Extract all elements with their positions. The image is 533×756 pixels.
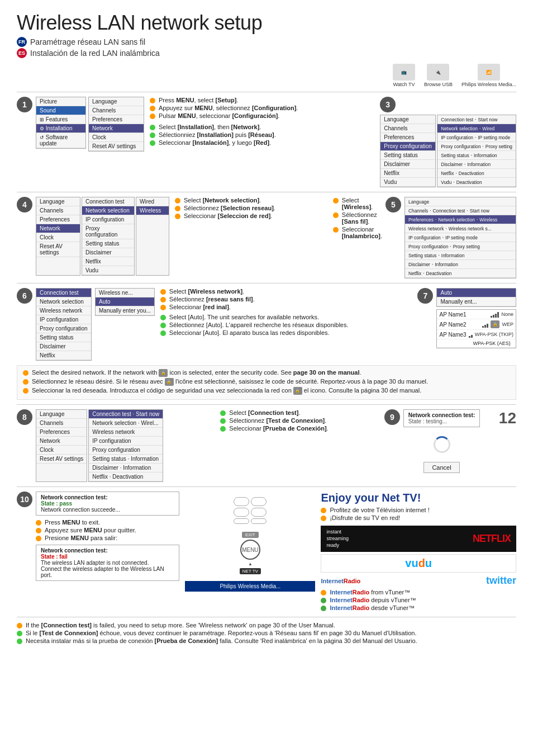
s6-netflix[interactable]: Netflix bbox=[36, 351, 91, 360]
ap-row-2[interactable]: AP Name2 🔒 WEP bbox=[437, 319, 516, 330]
s4-reset[interactable]: Reset AV settings bbox=[36, 242, 80, 257]
s6-net[interactable]: Network selection bbox=[36, 297, 91, 306]
s5m-ch[interactable]: Channels · Connection test · Start now bbox=[405, 206, 516, 215]
sub-reset-av[interactable]: Reset AV settings bbox=[89, 142, 144, 151]
s8-net[interactable]: Network bbox=[36, 437, 87, 446]
s4s-net[interactable]: Network selection bbox=[82, 206, 134, 215]
bar-9 bbox=[471, 335, 473, 338]
s6s-wnet[interactable]: Wireless ne... bbox=[96, 289, 154, 297]
menu-picture[interactable]: Picture bbox=[36, 97, 85, 106]
s4-pref[interactable]: Preferences bbox=[36, 215, 80, 224]
s3-netflix[interactable]: Netflix bbox=[380, 169, 435, 178]
sub-clock[interactable]: Clock bbox=[89, 133, 144, 142]
s6-wnet[interactable]: Wireless network bbox=[36, 306, 91, 315]
watch-tv-icon-box[interactable]: 📺 Watch TV bbox=[393, 64, 415, 87]
s4-net[interactable]: Network bbox=[36, 224, 80, 233]
s4s-netflix[interactable]: Netflix bbox=[82, 257, 134, 266]
philips-wireless-icon-box[interactable]: 📶 Philips Wireless Media... bbox=[461, 64, 516, 87]
sub-channels[interactable]: Channels bbox=[89, 106, 144, 115]
netflix-text: instant streaming ready bbox=[326, 529, 349, 549]
s5m-lang[interactable]: Language bbox=[405, 197, 516, 206]
s7-manually[interactable]: Manually ent... bbox=[437, 297, 516, 306]
s8s-wnet[interactable]: Wireless network bbox=[89, 428, 163, 437]
s8-dot-1 bbox=[220, 410, 226, 416]
s3r-vudu[interactable]: Vudu · Deactivation bbox=[437, 178, 516, 187]
s6-conn[interactable]: Connection test bbox=[36, 289, 91, 297]
s8-ch[interactable]: Channels bbox=[36, 419, 87, 428]
s4s-proxy[interactable]: Proxy configuration bbox=[82, 224, 134, 239]
s8s-ip[interactable]: IP configuration bbox=[89, 437, 163, 446]
step-4-bullets: Select [Network selection]. Sélectionnez… bbox=[175, 197, 327, 219]
s4s-vudu[interactable]: Vudu bbox=[82, 266, 134, 275]
browse-usb-icon-box[interactable]: 🔌 Browse USB bbox=[424, 64, 453, 87]
exit-button[interactable]: EXIT bbox=[242, 532, 259, 538]
s5m-netflix[interactable]: Netflix · Deactivation bbox=[405, 269, 516, 278]
s4s-status[interactable]: Setting status bbox=[82, 239, 134, 248]
s3-channels[interactable]: Channels bbox=[380, 124, 435, 133]
s4-clock[interactable]: Clock bbox=[36, 233, 80, 242]
s6-status[interactable]: Setting status bbox=[36, 333, 91, 342]
s8-reset[interactable]: Reset AV settings bbox=[36, 455, 87, 464]
s3-disclaimer[interactable]: Disclaimer bbox=[380, 160, 435, 169]
s6-disc[interactable]: Disclaimer bbox=[36, 342, 91, 351]
s8s-disc[interactable]: Disclaimer · Information bbox=[89, 464, 163, 472]
s3r-ip[interactable]: IP configuration · IP setting mode bbox=[437, 133, 516, 142]
s4s-conn[interactable]: Connection test bbox=[82, 197, 134, 206]
menu-sound[interactable]: Sound bbox=[36, 106, 85, 115]
s3-proxy[interactable]: Proxy configuration bbox=[380, 142, 435, 151]
s5m-disc[interactable]: Disclaimer · Information bbox=[405, 260, 516, 269]
s3r-disc[interactable]: Disclaimer · Information bbox=[437, 160, 516, 169]
sub-preferences[interactable]: Preferences bbox=[89, 115, 144, 124]
s3-language[interactable]: Language bbox=[380, 115, 435, 124]
s6s-auto[interactable]: Auto bbox=[96, 297, 154, 306]
s3-preferences[interactable]: Preferences bbox=[380, 133, 435, 142]
philips-wireless-icon: 📶 bbox=[478, 64, 500, 81]
s6-bullet-es: Seleccionar [red inal]. bbox=[160, 304, 412, 310]
steps-4-5-row: 4 Language Channels Preferences Network … bbox=[17, 197, 516, 278]
s5-text-fr: Sélectionnez [Sans fil]. bbox=[342, 211, 382, 225]
s3-setting[interactable]: Setting status bbox=[380, 151, 435, 160]
s4s-disc[interactable]: Disclaimer bbox=[82, 248, 134, 257]
s3r-netflix[interactable]: Netflix · Deactivation bbox=[437, 169, 516, 178]
s3r-proxy[interactable]: Proxy configuration · Proxy setting bbox=[437, 142, 516, 151]
ap-row-1[interactable]: AP Name1 None bbox=[437, 310, 516, 319]
s5m-proxy[interactable]: Proxy configuration · Proxy setting bbox=[405, 242, 516, 251]
s5m-status[interactable]: Setting status · Information bbox=[405, 251, 516, 260]
menu-software-update[interactable]: ↺ Software update bbox=[36, 133, 85, 148]
s4v-wireless[interactable]: Wireless bbox=[136, 206, 169, 215]
s3r-status[interactable]: Setting status · Information bbox=[437, 151, 516, 160]
s8s-netflix[interactable]: Netflix · Deactivation bbox=[89, 472, 163, 481]
ap-row-3[interactable]: AP Name3 WPA-PSK (TKIP) bbox=[437, 330, 516, 339]
sub-network[interactable]: Network bbox=[89, 124, 144, 133]
s8s-proxy[interactable]: Proxy configuration bbox=[89, 446, 163, 455]
s4v-wired[interactable]: Wired bbox=[136, 197, 169, 206]
sub-language[interactable]: Language bbox=[89, 97, 144, 106]
step-3-right-menu: Connection test · Start now Network sele… bbox=[437, 115, 516, 187]
s8s-net[interactable]: Network selection · Wirel... bbox=[89, 419, 163, 428]
s6-ip[interactable]: IP configuration bbox=[36, 315, 91, 324]
s4-lang[interactable]: Language bbox=[36, 197, 80, 206]
cancel-button[interactable]: Cancel bbox=[423, 462, 459, 473]
s5m-ip[interactable]: IP configuration · IP setting mode bbox=[405, 233, 516, 242]
s3r-net[interactable]: Network selection · Wired bbox=[437, 124, 516, 133]
menu-features[interactable]: ⊞ Features bbox=[36, 115, 85, 124]
s5m-wnet[interactable]: Wireless network · Wireless network s... bbox=[405, 224, 516, 233]
net-tv-button[interactable]: NET TV bbox=[240, 568, 261, 574]
menu-installation[interactable]: ⚙ Installation bbox=[36, 124, 85, 133]
s10-bullet-fr: Appuyez sure MENU pour quitter. bbox=[36, 527, 179, 533]
s4s-ip[interactable]: IP configuration bbox=[82, 215, 134, 224]
s3r-conn[interactable]: Connection test · Start now bbox=[437, 115, 516, 124]
s4-ch[interactable]: Channels bbox=[36, 206, 80, 215]
s8s-status[interactable]: Setting status · Information bbox=[89, 455, 163, 464]
s8-lang[interactable]: Language bbox=[36, 410, 87, 419]
s8s-conn[interactable]: Connection test · Start now bbox=[89, 410, 163, 419]
s6-proxy[interactable]: Proxy configuration bbox=[36, 324, 91, 333]
s5m-pref[interactable]: Preferences · Network selection · Wirele… bbox=[405, 215, 516, 224]
s8-pref[interactable]: Preferences bbox=[36, 428, 87, 437]
s8-clock[interactable]: Clock bbox=[36, 446, 87, 455]
arrow-up[interactable]: ▲ bbox=[248, 561, 253, 566]
menu-button[interactable]: MENU bbox=[240, 540, 260, 560]
s6s-manually[interactable]: Manually enter you... bbox=[96, 306, 154, 315]
s7-auto[interactable]: Auto bbox=[437, 289, 516, 297]
s3-vudu[interactable]: Vudu bbox=[380, 178, 435, 187]
